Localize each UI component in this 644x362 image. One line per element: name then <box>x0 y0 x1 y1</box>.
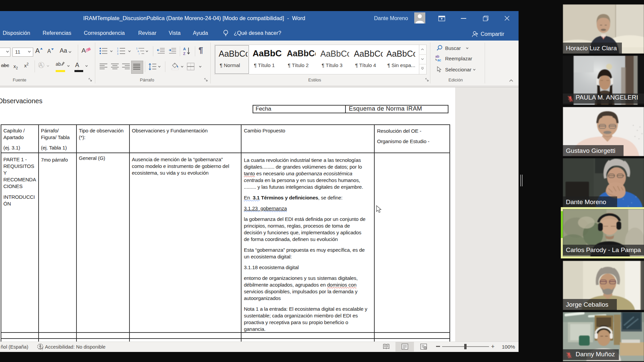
svg-text:ab: ab <box>435 55 439 58</box>
svg-text:1: 1 <box>136 47 138 50</box>
svg-text:2: 2 <box>117 50 118 52</box>
svg-text:3: 3 <box>117 53 118 55</box>
svg-text:1: 1 <box>117 47 118 50</box>
svg-text:?: ? <box>41 347 43 351</box>
svg-text:Z: Z <box>183 52 185 55</box>
svg-text:a: a <box>138 50 139 52</box>
svg-text:i: i <box>139 53 140 55</box>
svg-text:ac: ac <box>437 58 441 62</box>
svg-text:A: A <box>183 47 186 51</box>
